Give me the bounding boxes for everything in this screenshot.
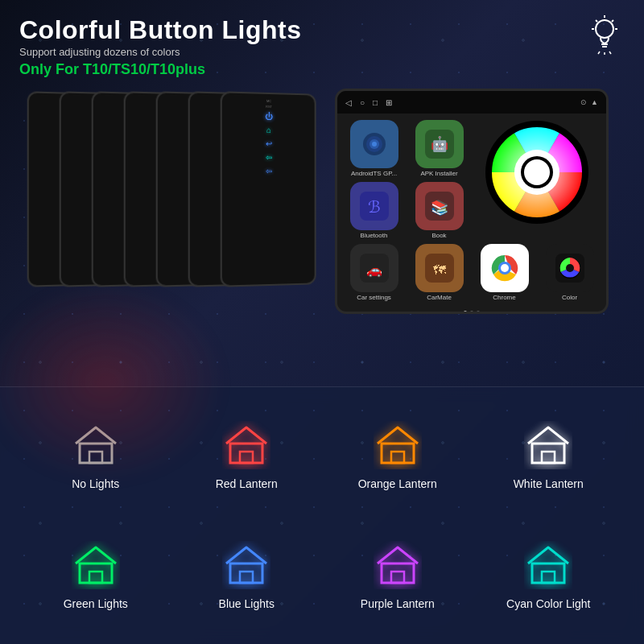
dot-1 [464,311,467,314]
svg-text:ℬ: ℬ [368,198,381,216]
svg-point-0 [596,20,613,38]
menu-icon: ⊞ [386,98,392,107]
svg-text:🗺: 🗺 [433,263,446,277]
app-book[interactable]: 📚 Book [409,182,469,239]
screen-dots [337,308,606,314]
app-icon-androidts [350,120,398,168]
svg-line-8 [598,52,600,54]
app-icon-chrome [481,244,529,292]
app-carmate[interactable]: 🗺 CarMate [409,244,469,301]
svg-point-22 [524,159,550,185]
dot-2 [470,311,473,314]
wifi-icon: ▲ [591,98,598,106]
nav-icons: ◁ ○ □ ⊞ [345,98,392,107]
app-label-carsettings: Car settings [357,294,391,301]
screens-area: MC RST ⏻ ⌂ ↩ ⇦ ⇦ MC RST ⏻ [19,85,625,342]
app-carsettings[interactable]: 🚗 Car settings [344,244,404,301]
square-icon: □ [373,98,378,107]
svg-line-6 [612,20,613,22]
color-wheel-svg [485,120,589,225]
status-bar: ⊙ ▲ [580,98,598,106]
home-icon: ○ [360,98,365,107]
location-icon: ⊙ [580,98,587,106]
svg-text:🚗: 🚗 [366,262,382,278]
back-icon: ◁ [345,98,352,107]
app-icon-book: 📚 [415,182,464,230]
app-icon-carmate: 🗺 [415,244,464,292]
app-icon-apk: 🤖 [415,120,464,168]
compatibility-text: Only For T10/TS10/T10plus [19,61,625,78]
svg-line-10 [609,52,611,54]
app-grid: AndroidTS GP... 🤖 APK Installer [337,114,606,308]
screen-stack: MC RST ⏻ ⌂ ↩ ⇦ ⇦ MC RST ⏻ [27,93,365,318]
svg-point-14 [372,142,377,147]
main-screen: ◁ ○ □ ⊞ ⊙ ▲ AndroidTS GP... [335,89,609,314]
app-label-apk: APK Installer [420,170,457,177]
app-androidts[interactable]: AndroidTS GP... [344,120,404,177]
app-icon-bluetooth: ℬ [350,182,398,230]
app-apk[interactable]: 🤖 APK Installer [409,120,469,177]
app-colorwheel[interactable] [474,120,600,239]
svg-point-33 [501,264,509,272]
app-label-color: Color [562,294,577,301]
color-wheel-container [485,120,589,225]
app-label-book: Book [431,232,446,239]
main-title: Colorful Button Lights [19,16,625,44]
app-label-carmate: CarMate [427,294,452,301]
app-icon-color [546,244,594,292]
app-label-androidts: AndroidTS GP... [351,170,397,177]
app-color[interactable]: Color [539,244,600,301]
app-label-chrome: Chrome [493,294,515,301]
svg-point-36 [566,264,574,272]
content: Colorful Button Lights Support adjusting… [0,0,644,342]
app-icon-carsettings: 🚗 [350,244,398,292]
svg-text:📚: 📚 [431,199,449,217]
svg-text:🤖: 🤖 [431,135,449,153]
header-section: Colorful Button Lights Support adjusting… [19,16,625,78]
app-bluetooth[interactable]: ℬ Bluetooth [344,182,404,239]
bulb-icon [584,14,625,55]
screen-top-bar: ◁ ○ □ ⊞ ⊙ ▲ [337,91,606,114]
screen-cyan: MC RST ⏻ ⌂ ↩ ⇦ ⇦ [221,91,316,287]
svg-line-7 [596,20,597,22]
subtitle: Support adjusting dozens of colors [19,46,625,58]
dot-3 [477,311,480,314]
app-label-bluetooth: Bluetooth [361,232,388,239]
app-chrome[interactable]: Chrome [474,244,535,301]
